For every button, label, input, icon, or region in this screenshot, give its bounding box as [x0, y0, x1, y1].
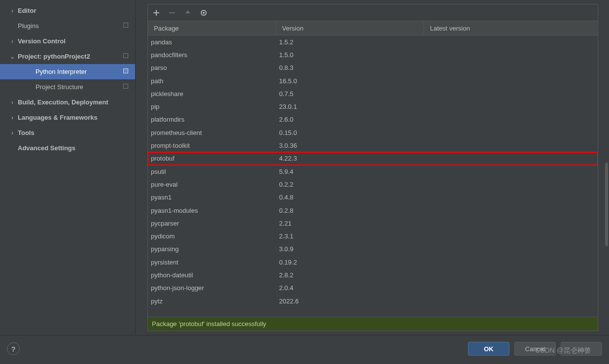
- package-name: pandas: [148, 38, 276, 46]
- chevron-right-icon: ›: [9, 7, 16, 14]
- sidebar-item-label: Advanced Settings: [18, 144, 75, 152]
- project-scope-icon: [123, 84, 128, 89]
- help-button[interactable]: ?: [7, 342, 20, 355]
- package-row-pandocfilters[interactable]: pandocfilters1.5.0: [148, 48, 598, 61]
- package-row-pyrsistent[interactable]: pyrsistent0.19.2: [148, 256, 598, 268]
- sidebar-item-build-execution-deployment[interactable]: ›Build, Execution, Deployment: [0, 95, 135, 110]
- package-version: 0.2.2: [276, 181, 424, 188]
- package-toolbar: [147, 4, 598, 21]
- package-row-pyasn1-modules[interactable]: pyasn1-modules0.2.8: [148, 204, 598, 217]
- status-message: Package 'protobuf' installed successfull…: [152, 320, 266, 328]
- sidebar-item-advanced-settings[interactable]: Advanced Settings: [0, 140, 135, 156]
- sidebar-item-label: Build, Execution, Deployment: [18, 99, 108, 106]
- chevron-right-icon: ›: [9, 38, 16, 45]
- sidebar-item-tools[interactable]: ›Tools: [0, 125, 135, 140]
- package-name: pyrsistent: [148, 259, 276, 266]
- package-name: pydicom: [148, 232, 276, 240]
- package-version: 1.5.2: [276, 38, 424, 46]
- package-name: psutil: [148, 168, 276, 175]
- remove-package-button[interactable]: [168, 8, 177, 17]
- package-row-pyparsing[interactable]: pyparsing3.0.9: [148, 243, 598, 256]
- package-name: pyasn1-modules: [148, 207, 276, 214]
- package-version: 23.0.1: [276, 103, 424, 110]
- package-version: 16.5.0: [276, 77, 424, 85]
- package-version: 4.22.3: [276, 155, 424, 162]
- package-row-pickleshare[interactable]: pickleshare0.7.5: [148, 87, 598, 100]
- package-name: prometheus-client: [148, 129, 276, 136]
- package-table-body[interactable]: pandas1.5.2pandocfilters1.5.0parso0.8.3p…: [147, 35, 598, 317]
- header-package[interactable]: Package: [148, 21, 276, 35]
- package-version: 2.0.4: [276, 284, 424, 292]
- ok-button[interactable]: OK: [468, 342, 509, 356]
- upgrade-package-button[interactable]: [183, 8, 192, 17]
- sidebar-item-project-pythonproject2[interactable]: ⌄Project: pythonProject2: [0, 49, 135, 64]
- sidebar-item-label: Plugins: [18, 22, 39, 30]
- package-row-pandas[interactable]: pandas1.5.2: [148, 35, 598, 48]
- package-row-python-json-logger[interactable]: python-json-logger2.0.4: [148, 282, 598, 295]
- apply-button[interactable]: Apply: [561, 342, 602, 356]
- sidebar-item-editor[interactable]: ›Editor: [0, 3, 135, 18]
- package-version: 0.2.8: [276, 207, 424, 214]
- sidebar-item-label: Python Interpreter: [36, 68, 87, 75]
- package-row-parso[interactable]: parso0.8.3: [148, 62, 598, 74]
- sidebar-item-label: Tools: [18, 129, 35, 136]
- package-row-prompt-toolkit[interactable]: prompt-toolkit3.0.36: [148, 139, 598, 152]
- package-version: 0.15.0: [276, 129, 424, 136]
- package-name: pytz: [148, 298, 276, 305]
- package-version: 2.8.2: [276, 271, 424, 279]
- package-version: 5.9.4: [276, 168, 424, 175]
- status-bar: Package 'protobuf' installed successfull…: [147, 317, 598, 331]
- package-version: 3.0.36: [276, 142, 424, 149]
- show-early-releases-button[interactable]: [199, 8, 208, 17]
- chevron-down-icon: ⌄: [9, 53, 16, 60]
- sidebar-item-label: Project Structure: [36, 83, 83, 91]
- header-version[interactable]: Version: [276, 21, 424, 35]
- package-row-pycparser[interactable]: pycparser2.21: [148, 217, 598, 230]
- dialog-footer: ? OK Cancel Apply: [0, 335, 609, 362]
- package-name: pickleshare: [148, 90, 276, 98]
- package-row-pip[interactable]: pip23.0.1: [148, 100, 598, 113]
- header-latest[interactable]: Latest version: [424, 21, 598, 35]
- package-row-path[interactable]: path16.5.0: [148, 74, 598, 87]
- sidebar-item-version-control[interactable]: ›Version Control: [0, 33, 135, 49]
- svg-rect-0: [169, 12, 175, 13]
- package-name: python-dateutil: [148, 271, 276, 279]
- chevron-right-icon: ›: [9, 130, 16, 136]
- sidebar-item-plugins[interactable]: Plugins: [0, 18, 135, 33]
- sidebar-item-label: Languages & Frameworks: [18, 114, 98, 121]
- package-version: 2.6.0: [276, 116, 424, 123]
- package-name: parso: [148, 64, 276, 71]
- package-row-pydicom[interactable]: pydicom2.3.1: [148, 230, 598, 242]
- package-version: 0.19.2: [276, 259, 424, 266]
- sidebar-item-languages-frameworks[interactable]: ›Languages & Frameworks: [0, 110, 135, 125]
- project-scope-icon: [123, 68, 128, 73]
- package-row-python-dateutil[interactable]: python-dateutil2.8.2: [148, 268, 598, 281]
- package-row-pyasn1[interactable]: pyasn10.4.8: [148, 191, 598, 204]
- package-name: protobuf: [148, 155, 276, 162]
- sidebar-item-project-structure[interactable]: Project Structure: [0, 79, 135, 95]
- package-name: pip: [148, 103, 276, 110]
- package-row-pytz[interactable]: pytz2022.6: [148, 295, 598, 307]
- package-name: pure-eval: [148, 181, 276, 188]
- cancel-button[interactable]: Cancel: [514, 342, 556, 356]
- project-scope-icon: [123, 53, 128, 58]
- package-row-platformdirs[interactable]: platformdirs2.6.0: [148, 113, 598, 126]
- package-table-header: Package Version Latest version: [147, 21, 598, 35]
- package-version: 3.0.9: [276, 245, 424, 253]
- add-package-button[interactable]: [152, 8, 161, 17]
- sidebar-item-label: Version Control: [18, 37, 66, 45]
- scrollbar-thumb[interactable]: [605, 163, 608, 246]
- package-name: pandocfilters: [148, 51, 276, 59]
- package-name: prompt-toolkit: [148, 142, 276, 149]
- package-name: path: [148, 77, 276, 85]
- sidebar-item-python-interpreter[interactable]: Python Interpreter: [0, 64, 135, 79]
- package-row-pure-eval[interactable]: pure-eval0.2.2: [148, 178, 598, 191]
- package-row-psutil[interactable]: psutil5.9.4: [148, 165, 598, 178]
- package-version: 0.8.3: [276, 64, 424, 71]
- settings-sidebar: ›EditorPlugins›Version Control⌄Project: …: [0, 0, 136, 335]
- chevron-right-icon: ›: [9, 99, 16, 106]
- interpreter-panel: Package Version Latest version pandas1.5…: [136, 0, 609, 335]
- package-row-protobuf[interactable]: protobuf4.22.3: [148, 152, 598, 165]
- package-row-prometheus-client[interactable]: prometheus-client0.15.0: [148, 126, 598, 139]
- package-version: 0.4.8: [276, 194, 424, 201]
